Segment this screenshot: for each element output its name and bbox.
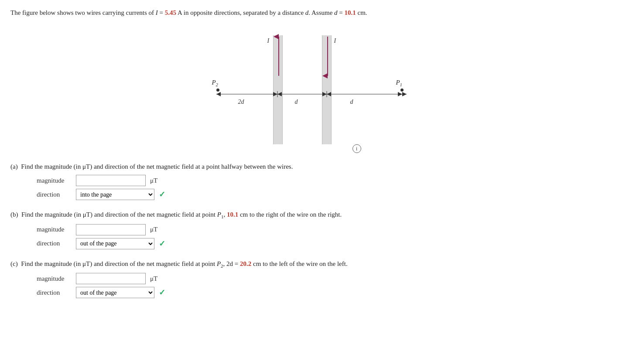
qa-c-plabel: P (217, 260, 221, 267)
intro-I-value: 5.45 (165, 9, 176, 16)
svg-marker-9 (322, 92, 327, 96)
qa-c-letter: (c) (10, 260, 21, 267)
current-label-left: I (267, 37, 270, 44)
current-arrow-down (321, 34, 334, 78)
info-circle[interactable]: i (352, 144, 361, 153)
question-a-text: (a) Find the magnitude (in μT) and direc… (10, 162, 616, 172)
qa-c-checkmark: ✓ (159, 288, 165, 297)
svg-marker-10 (327, 92, 331, 96)
question-c-text: (c) Find the magnitude (in μT) and direc… (10, 259, 616, 270)
qa-c-magnitude-input[interactable] (76, 273, 146, 284)
qa-b-after: cm to the right of the wire on the right… (238, 211, 342, 218)
qa-a-magnitude-row: magnitude μT (37, 175, 616, 186)
svg-marker-8 (277, 92, 282, 96)
qa-c-highlight: 20.2 (240, 260, 251, 267)
qa-c-direction-select[interactable]: into the page out of the page upward dow… (76, 287, 154, 298)
dim-2d-label: 2d (238, 99, 244, 105)
question-a: (a) Find the magnitude (in μT) and direc… (10, 162, 616, 201)
qa-b-magnitude-unit: μT (150, 226, 157, 233)
qa-a-letter: (a) (10, 163, 21, 170)
qa-a-magnitude-input[interactable] (76, 175, 146, 186)
intro-d-value: 10.1 (345, 9, 356, 16)
qa-a-direction-row: direction into the page out of the page … (37, 189, 616, 200)
qa-b-comma: , (223, 211, 227, 218)
figure-diagram: I I P2 P1 2d d d i (178, 22, 448, 157)
p1-label: P1 (396, 79, 402, 87)
qa-b-checkmark: ✓ (159, 239, 165, 248)
qa-a-magnitude-label: magnitude (37, 177, 72, 184)
qa-c-mid: , 2d = (223, 260, 240, 267)
current-label-right: I (334, 37, 336, 44)
p2-label: P2 (212, 79, 218, 87)
qa-a-direction-label: direction (37, 191, 72, 198)
qa-c-magnitude-row: magnitude μT (37, 273, 616, 284)
qa-b-before: Find the magnitude (in μT) and direction… (21, 211, 217, 218)
intro-d-text: . Assume (308, 9, 334, 16)
qa-b-magnitude-label: magnitude (37, 226, 72, 233)
qa-b-letter: (b) (10, 211, 21, 218)
qa-c-direction-label: direction (37, 289, 72, 296)
qa-c-magnitude-unit: μT (150, 275, 157, 282)
qa-a-checkmark: ✓ (159, 190, 165, 199)
intro-d-unit: cm. (356, 9, 367, 16)
svg-marker-3 (216, 92, 221, 96)
qa-b-direction-label: direction (37, 240, 72, 247)
qa-c-before: Find the magnitude (in μT) and direction… (21, 260, 217, 267)
intro-equals2: = (338, 9, 345, 16)
question-c: (c) Find the magnitude (in μT) and direc… (10, 259, 616, 299)
qa-c-direction-row: direction into the page out of the page … (37, 287, 616, 298)
qa-b-direction-select[interactable]: into the page out of the page upward dow… (76, 238, 154, 249)
qa-c-after: cm to the left of the wire on the left. (251, 260, 347, 267)
intro-equals: = (158, 9, 165, 16)
qa-a-direction-select[interactable]: into the page out of the page upward dow… (76, 189, 154, 200)
current-arrow-up (272, 34, 285, 78)
intro-I-unit: A in opposite directions, separated by a… (176, 9, 305, 16)
qa-a-body: Find the magnitude (in μT) and direction… (21, 163, 293, 170)
dim-d-right-label: d (350, 99, 353, 105)
measurement-line (216, 90, 407, 99)
dim-d-mid-label: d (295, 99, 298, 105)
qa-c-magnitude-label: magnitude (37, 275, 72, 282)
qa-b-magnitude-row: magnitude μT (37, 224, 616, 235)
intro-d-label2: d (334, 9, 338, 16)
qa-a-magnitude-unit: μT (150, 177, 157, 184)
svg-marker-7 (273, 92, 277, 96)
svg-marker-11 (398, 92, 402, 96)
intro-text-before: The figure below shows two wires carryin… (10, 9, 156, 16)
qa-b-plabel: P (217, 211, 221, 218)
qa-b-highlight: 10.1 (227, 211, 238, 218)
qa-b-direction-row: direction into the page out of the page … (37, 238, 616, 249)
qa-b-magnitude-input[interactable] (76, 224, 146, 235)
svg-marker-4 (402, 92, 407, 96)
question-b: (b) Find the magnitude (in μT) and direc… (10, 210, 616, 249)
intro-paragraph: The figure below shows two wires carryin… (10, 8, 616, 18)
question-b-text: (b) Find the magnitude (in μT) and direc… (10, 210, 616, 221)
